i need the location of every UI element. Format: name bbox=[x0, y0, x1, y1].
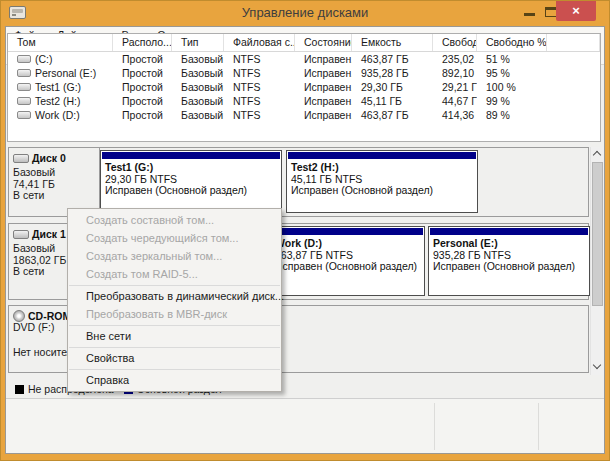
close-button[interactable]: × bbox=[556, 1, 596, 21]
column-capacity[interactable]: Емкость bbox=[352, 34, 433, 51]
column-type[interactable]: Тип bbox=[172, 34, 224, 51]
partition-color-bar bbox=[430, 228, 588, 235]
volume-list-header: Том Располо... Тип Файловая с... Состоян… bbox=[8, 34, 600, 52]
menu-convert-to-mbr-disk: Преобразовать в MBR-диск bbox=[68, 305, 281, 323]
partition-work[interactable]: Work (D:) 463,87 ГБ NTFS Исправен (Основ… bbox=[270, 226, 425, 296]
status-bar bbox=[6, 398, 604, 453]
menu-create-spanned-volume: Создать составной том... bbox=[68, 211, 281, 229]
statusbar-separator bbox=[538, 403, 539, 450]
drive-icon bbox=[17, 83, 31, 91]
context-menu: Создать составной том... Создать чередую… bbox=[67, 208, 282, 392]
column-extra bbox=[547, 34, 600, 51]
scrollbar-thumb[interactable] bbox=[592, 162, 603, 306]
disk-icon bbox=[13, 230, 29, 239]
unallocated-swatch bbox=[15, 385, 24, 394]
window-title: Управление дисками bbox=[1, 5, 609, 20]
menu-create-striped-volume: Создать чередующийся том... bbox=[68, 229, 281, 247]
column-free-pct[interactable]: Свободно % bbox=[477, 34, 547, 51]
column-status[interactable]: Состояние bbox=[295, 34, 352, 51]
disk-management-window: Управление дисками × Файл Действие Вид С… bbox=[0, 0, 610, 461]
column-volume[interactable]: Том bbox=[8, 34, 113, 51]
volume-row-test2[interactable]: Test2 (H:) Простой Базовый NTFS Исправен… bbox=[8, 94, 600, 108]
disk0-label[interactable]: Диск 0 Базовый 74,41 ГБ В сети bbox=[9, 148, 100, 216]
drive-icon bbox=[17, 69, 31, 77]
menu-help[interactable]: Справка bbox=[68, 371, 281, 389]
menu-create-mirrored-volume: Создать зеркальный том... bbox=[68, 247, 281, 265]
partition-color-bar bbox=[102, 152, 280, 159]
partition-test2[interactable]: Test2 (H:) 45,11 ГБ NTFS Исправен (Основ… bbox=[286, 150, 478, 213]
disk-icon bbox=[13, 154, 29, 163]
minimize-button[interactable] bbox=[524, 13, 535, 16]
menu-offline[interactable]: Вне сети bbox=[68, 327, 281, 345]
menu-convert-to-dynamic-disk[interactable]: Преобразовать в динамический диск... bbox=[68, 287, 281, 305]
drive-icon bbox=[17, 97, 31, 105]
volume-row-personal[interactable]: Personal (E:) Простой Базовый NTFS Испра… bbox=[8, 66, 600, 80]
column-layout[interactable]: Располо... bbox=[113, 34, 172, 51]
menu-properties[interactable]: Свойства bbox=[68, 349, 281, 367]
volume-list: Том Располо... Тип Файловая с... Состоян… bbox=[7, 33, 601, 142]
menu-separator bbox=[69, 285, 280, 286]
disk0-row: Диск 0 Базовый 74,41 ГБ В сети Test1 (G:… bbox=[8, 147, 589, 217]
menu-separator bbox=[69, 325, 280, 326]
scroll-up-icon[interactable] bbox=[591, 147, 604, 162]
partition-personal[interactable]: Personal (E:) 935,28 ГБ NTFS Исправен (О… bbox=[428, 226, 590, 296]
volume-row-work[interactable]: Work (D:) Простой Базовый NTFS Исправен.… bbox=[8, 108, 600, 122]
drive-icon bbox=[17, 111, 31, 119]
menu-create-raid5-volume: Создать том RAID-5... bbox=[68, 265, 281, 283]
column-free[interactable]: Свобод... bbox=[433, 34, 477, 51]
partition-color-bar bbox=[272, 228, 423, 235]
vertical-scrollbar[interactable] bbox=[590, 147, 603, 375]
partition-color-bar bbox=[288, 152, 476, 159]
menu-separator bbox=[69, 347, 280, 348]
titlebar: Управление дисками × bbox=[1, 1, 609, 26]
volume-row-c[interactable]: (C:) Простой Базовый NTFS Исправен... 46… bbox=[8, 52, 600, 66]
volume-row-test1[interactable]: Test1 (G:) Простой Базовый NTFS Исправен… bbox=[8, 80, 600, 94]
scroll-down-icon[interactable] bbox=[591, 360, 604, 375]
drive-icon bbox=[17, 55, 31, 63]
statusbar-separator bbox=[434, 403, 435, 450]
column-fs[interactable]: Файловая с... bbox=[224, 34, 295, 51]
partition-test1[interactable]: Test1 (G:) 29,30 ГБ NTFS Исправен (Основ… bbox=[100, 150, 282, 213]
menu-separator bbox=[69, 369, 280, 370]
